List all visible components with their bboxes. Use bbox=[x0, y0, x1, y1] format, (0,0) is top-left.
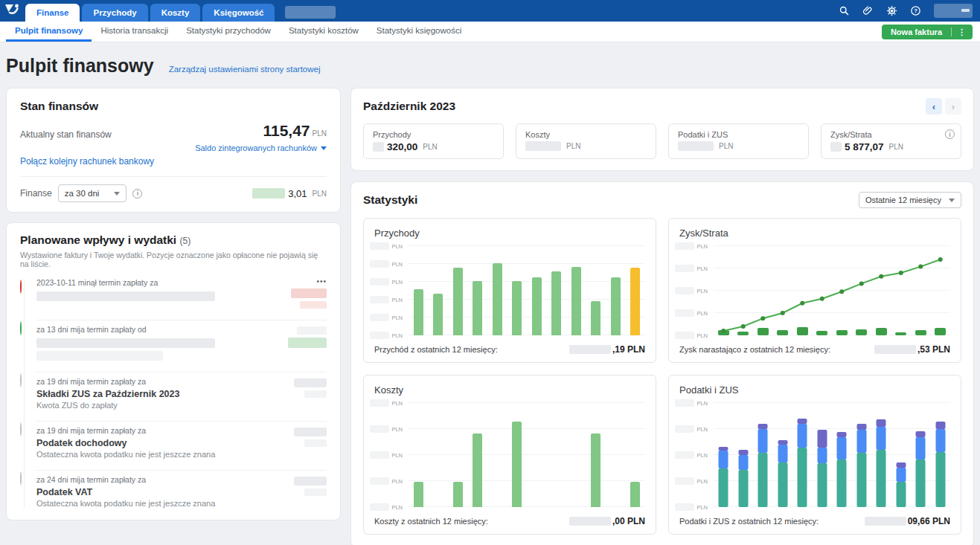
next-month-button[interactable]: › bbox=[945, 98, 961, 115]
bar-slot bbox=[468, 403, 488, 507]
revenue-chart: Przychody PLNPLNPLNPLNPLNPLN Przychód z … bbox=[363, 218, 656, 363]
bar bbox=[630, 268, 640, 335]
planned-item-amount bbox=[273, 426, 327, 459]
segment-blue bbox=[877, 427, 886, 450]
tick-unit: PLN bbox=[391, 478, 403, 485]
segment-teal bbox=[738, 470, 748, 507]
y-axis-tick: PLN bbox=[675, 332, 708, 339]
month-card-podatki-i-zus[interactable]: Podatki i ZUSPLN bbox=[668, 123, 809, 159]
redacted-tick-value bbox=[675, 477, 694, 485]
paperclip-icon[interactable] bbox=[862, 5, 874, 16]
gear-icon[interactable] bbox=[886, 5, 897, 16]
y-axis-tick: PLN bbox=[675, 287, 708, 294]
subnav-item-statystyki-kosztów[interactable]: Statystyki kosztów bbox=[280, 22, 368, 42]
status-dot bbox=[20, 373, 22, 387]
chevron-down-icon bbox=[114, 192, 120, 196]
previous-month-button[interactable]: ‹ bbox=[926, 98, 942, 115]
subnav-item-statystyki-przychodów[interactable]: Statystyki przychodów bbox=[177, 22, 280, 42]
segment-blue bbox=[719, 451, 728, 468]
segment-purple bbox=[758, 424, 768, 429]
planned-item-title: Podatek VAT bbox=[36, 487, 266, 497]
month-title: Październik 2023 bbox=[363, 100, 455, 113]
item-menu-icon[interactable]: ••• bbox=[316, 280, 327, 284]
redacted-digits bbox=[373, 142, 384, 152]
tick-unit: PLN bbox=[696, 504, 708, 511]
page-title: Pulpit finansowy bbox=[6, 55, 154, 77]
tick-unit: PLN bbox=[696, 426, 708, 433]
redacted-amount bbox=[291, 288, 327, 298]
month-card-label: Podatki i ZUS bbox=[678, 130, 799, 139]
new-invoice-button[interactable]: Nowa faktura ⋮ bbox=[882, 25, 973, 39]
search-icon[interactable] bbox=[839, 5, 850, 16]
tab-przychody[interactable]: Przychody bbox=[82, 4, 147, 22]
y-axis-tick: PLN bbox=[370, 425, 403, 433]
statistics-title: Statystyki bbox=[363, 193, 417, 207]
bar-row bbox=[409, 246, 645, 335]
subnav-item-statystyki-księgowości[interactable]: Statystyki księgowości bbox=[368, 22, 470, 42]
svg-text:?: ? bbox=[914, 7, 917, 14]
user-menu-redacted[interactable] bbox=[934, 4, 973, 18]
integrated-accounts-link[interactable]: Saldo zintegrowanych rachunków bbox=[195, 143, 327, 152]
planned-list-item[interactable]: 2023-10-11 minął termin zapłaty za••• bbox=[20, 273, 327, 315]
segment-purple bbox=[738, 450, 748, 455]
month-card-value: 5 877,07PLN bbox=[830, 141, 952, 152]
finance-select-label: Finanse bbox=[20, 188, 52, 199]
tick-unit: PLN bbox=[391, 400, 403, 407]
finance-range-select[interactable]: za 30 dni bbox=[58, 184, 127, 202]
info-icon[interactable]: i bbox=[132, 189, 142, 199]
planned-item-body: za 19 dni mija termin zapłaty zaSkładki … bbox=[36, 372, 327, 414]
stats-range-select[interactable]: Ostatnie 12 miesięcy bbox=[859, 192, 961, 208]
planned-item-body: za 24 dni mija termin zapłaty zaPodatek … bbox=[36, 470, 327, 512]
bar bbox=[512, 281, 522, 335]
connect-bank-link[interactable]: Połącz kolejny rachunek bankowy bbox=[20, 156, 154, 167]
bar bbox=[551, 271, 561, 335]
bar bbox=[473, 433, 482, 507]
y-axis-tick: PLN bbox=[370, 451, 403, 459]
month-card-zysk-strata[interactable]: Zysk/Strata5 877,07PLNi bbox=[821, 123, 961, 159]
redacted-title bbox=[36, 351, 163, 361]
planned-list-item[interactable]: za 24 dni mija termin zapłaty zaPodatek … bbox=[20, 465, 327, 514]
info-icon[interactable]: i bbox=[945, 129, 955, 139]
subnav-item-historia-transakcji[interactable]: Historia transakcji bbox=[92, 22, 177, 42]
redacted-tick-value bbox=[675, 451, 694, 459]
bar bbox=[493, 263, 502, 335]
tab-księgowość[interactable]: Księgowość bbox=[202, 4, 275, 22]
planned-list-item[interactable]: za 19 dni mija termin zapłaty zaPodatek … bbox=[20, 416, 327, 465]
bar-slot bbox=[507, 246, 528, 335]
help-icon[interactable]: ? bbox=[910, 5, 921, 16]
planned-item-title: Składki ZUS za Październik 2023 bbox=[36, 389, 266, 399]
redacted-tick-value bbox=[370, 314, 389, 321]
segment-blue bbox=[916, 437, 926, 459]
bar-slot bbox=[586, 403, 606, 507]
planned-item-subtitle: Kwota ZUS do zapłaty bbox=[36, 401, 266, 410]
planned-list-item[interactable]: za 19 dni mija termin zapłaty zaSkładki … bbox=[20, 367, 327, 416]
planned-item-main: 2023-10-11 minął termin zapłaty za bbox=[36, 278, 273, 309]
planned-list-item[interactable]: za 13 dni mija termin zapłaty od bbox=[20, 315, 327, 367]
subnav-item-pulpit-finansowy[interactable]: Pulpit finansowy bbox=[6, 22, 92, 42]
y-axis-tick: PLN bbox=[675, 399, 708, 407]
bar-slot bbox=[448, 403, 468, 507]
status-dot bbox=[20, 321, 22, 335]
segment-purple bbox=[719, 447, 728, 451]
current-finance-label: Aktualny stan finansów bbox=[20, 122, 112, 154]
y-axis-tick: PLN bbox=[370, 242, 403, 250]
segment-purple bbox=[896, 462, 906, 468]
y-axis-tick: PLN bbox=[675, 425, 708, 433]
segment-teal bbox=[798, 448, 807, 507]
month-card-value: PLN bbox=[525, 141, 647, 151]
startpage-settings-link[interactable]: Zarządzaj ustawieniami strony startowej bbox=[169, 65, 321, 74]
redacted-amount bbox=[569, 345, 611, 354]
new-invoice-more-icon[interactable]: ⋮ bbox=[952, 28, 973, 37]
y-axis-tick: PLN bbox=[675, 477, 708, 485]
month-card-koszty[interactable]: KosztyPLN bbox=[516, 123, 656, 159]
bar-slot bbox=[586, 246, 606, 335]
tab-koszty[interactable]: Koszty bbox=[150, 4, 201, 22]
tick-unit: PLN bbox=[391, 452, 403, 459]
infakt-logo[interactable] bbox=[4, 3, 21, 19]
tab-finanse[interactable]: Finanse bbox=[25, 4, 80, 22]
company-name-redacted[interactable] bbox=[285, 6, 336, 19]
planned-item-date: 2023-10-11 minął termin zapłaty za bbox=[36, 278, 266, 287]
planned-item-subtitle: Ostateczna kwota podatku nie jest jeszcz… bbox=[36, 450, 266, 459]
month-card-przychody[interactable]: Przychody320,00PLN bbox=[363, 123, 504, 159]
redacted-amount bbox=[294, 428, 327, 436]
